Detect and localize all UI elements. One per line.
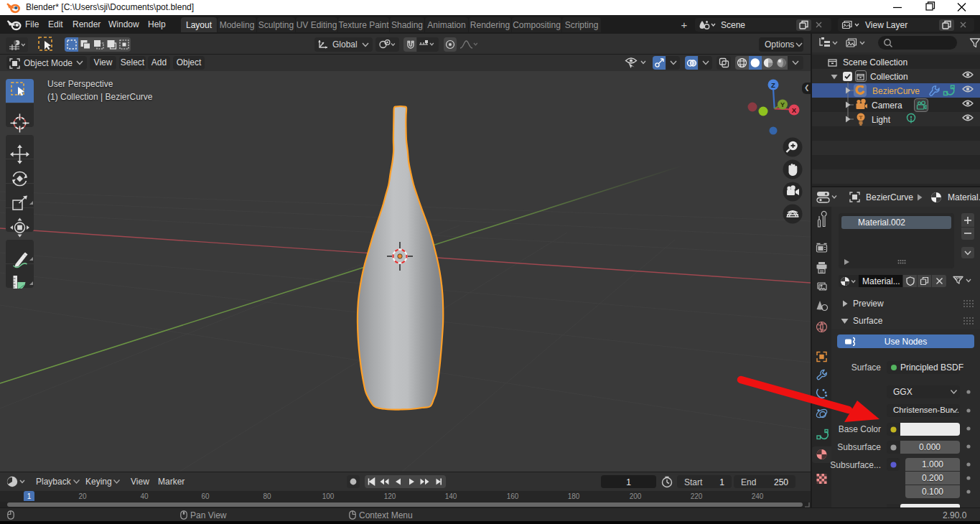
svg-text:Z: Z (771, 81, 775, 89)
svg-text:X: X (792, 106, 797, 114)
svg-text:Y: Y (780, 101, 785, 108)
